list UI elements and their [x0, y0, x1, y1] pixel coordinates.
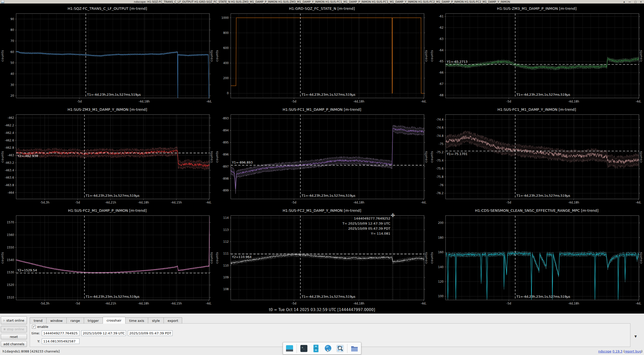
x-tick-label: -5d	[77, 100, 82, 103]
x-tick-label: -4d,	[206, 100, 212, 103]
y-tick-label: 0	[227, 91, 229, 95]
plot-8[interactable]: T1=-4d,23h,23m,1s,527ms,519µs20018016014…	[429, 206, 644, 307]
dock-icon-file-cabinet[interactable]	[311, 343, 321, 353]
dock-icon-folder[interactable]	[349, 343, 359, 353]
plot-2[interactable]: T1=-4d,23h,23m,1s,527ms,519µsY1=-65.2713…	[429, 4, 644, 105]
plot-7[interactable]: T1=-4d,23h,23m,1s,527ms,519µsY2=110.9641…	[215, 206, 429, 307]
minimize-icon[interactable]: —	[628, 0, 631, 4]
cursor-tooltip-line: 1444049277.7649252	[354, 217, 390, 220]
x-tick-label: -5d	[506, 100, 511, 103]
crosshair-y-label: Y1=-896.893	[232, 161, 253, 164]
maximize-icon[interactable]: □	[634, 0, 636, 4]
close-icon[interactable]: ✕	[640, 0, 642, 4]
t0-label: t0 = Tue Oct 14 2025 03:32:59 UTC [14444…	[0, 307, 644, 314]
y-tick-label: 200	[438, 221, 444, 225]
dock-icon-search[interactable]	[335, 343, 345, 353]
report-bug-link[interactable]: report bug	[625, 349, 641, 353]
plot-4[interactable]: T1=-4d,23h,23m,1s,527ms,519µsY1=-896.893…	[215, 105, 429, 206]
x-tick-label: -5d	[292, 302, 297, 305]
x-tick-label: -4d,18h	[139, 100, 150, 103]
tab-time-axis[interactable]: time axis	[125, 317, 148, 324]
y-tick-label: -463.2	[5, 161, 14, 165]
y-tick-label: -75.2	[436, 150, 444, 154]
tab-trend[interactable]: trend	[30, 317, 47, 324]
version-link[interactable]: 0.19.3	[613, 349, 623, 353]
y-tick-label: -64	[439, 48, 444, 52]
plot-grid: T1=-4d,23h,23m,1s,527ms,519µs90807060504…	[0, 4, 644, 307]
x-tick-label: -4d,15h	[171, 201, 182, 204]
tab-export[interactable]: export	[164, 317, 182, 324]
crosshair-t1-label: T1=-4d,23h,23m,1s,527ms,519µs	[516, 295, 570, 298]
chevron-down-icon[interactable]: ▼	[634, 335, 637, 338]
y-tick-label: 70	[11, 39, 14, 43]
time-utc-field[interactable]	[81, 330, 126, 336]
plot-1[interactable]: T1=-4d,23h,23m,1s,527ms,519µs10008006004…	[215, 4, 429, 105]
x-tick-label: -4d,	[421, 201, 426, 204]
time-local-field[interactable]	[128, 330, 173, 336]
stop-online-button: ■stop online	[1, 326, 27, 332]
reset-button[interactable]: reset	[1, 334, 27, 339]
plot-title: H1:SUS-FC2_M1_DAMP_P_INMON [m-trend]	[68, 209, 146, 213]
y-tick-label: -462.6	[5, 139, 14, 142]
shade-icon[interactable]: ∧	[623, 0, 625, 4]
plot-6[interactable]: T1=-4d,23h,23m,1s,527ms,519µsY2=1529.541…	[0, 206, 215, 307]
plot-0[interactable]: T1=-4d,23h,23m,1s,527ms,519µs90807060504…	[0, 4, 215, 105]
y-tick-label: -75.8	[436, 175, 444, 179]
x-tick-label: -4d,21h	[105, 201, 116, 204]
crosshair-y-label: Y1=-75.1701	[447, 152, 467, 156]
dock-separator	[347, 344, 347, 353]
y-axis-label-left: counts	[215, 50, 219, 62]
y-tick-label: 113	[223, 228, 229, 232]
enable-checkbox[interactable]: ✓	[32, 325, 36, 329]
plot-3[interactable]: T1=-4d,23h,23m,1s,527ms,519µsY2=-462.938…	[0, 105, 215, 206]
plot-title: H1:SUS-FC1_M1_DAMP_Y_INMON [m-trend]	[497, 108, 576, 112]
y-tick-label: -61	[439, 15, 444, 18]
tab-range[interactable]: range	[66, 317, 84, 324]
enable-row: ✓ enable	[32, 325, 48, 329]
y-tick-label: 1510	[7, 296, 14, 299]
x-tick-label: -4d,	[421, 100, 426, 103]
x-tick-label: -5d	[506, 302, 511, 305]
x-tick-label: -4d,18h	[138, 201, 149, 204]
stop-icon: ■	[4, 328, 6, 330]
tab-crosshair[interactable]: crosshair	[103, 317, 126, 324]
plot-title: H1:SUS-FC1_M1_DAMP_P_INMON [m-trend]	[283, 108, 361, 112]
y-tick-label: 111	[223, 252, 229, 255]
tab-window[interactable]: window	[46, 317, 67, 324]
y-tick-label: -463.4	[5, 169, 14, 172]
dock-icon-display[interactable]	[285, 343, 295, 353]
tab-style[interactable]: style	[148, 317, 164, 324]
time-gps-field[interactable]	[42, 330, 79, 336]
y-axis-label-left: counts	[430, 151, 434, 163]
add-channels-button[interactable]: add channels	[1, 341, 27, 347]
play-icon: ▷	[3, 319, 5, 322]
y-axis-label-left: counts	[430, 252, 434, 264]
x-tick-label: -4d,	[635, 302, 641, 305]
y-axis-label-left: counts	[430, 50, 434, 62]
tab-trigger[interactable]: trigger	[84, 317, 103, 324]
y-tick-label: -75.6	[436, 167, 444, 170]
x-tick-label: -4d,18h	[138, 302, 149, 305]
crosshair-t1-label: T1=-4d,23h,23m,1s,527ms,519µs	[301, 295, 355, 298]
y-tick-label: 1540	[7, 258, 14, 262]
y-tick-label: -74.8	[436, 134, 444, 138]
dock-icon-browser-globe[interactable]	[323, 343, 333, 353]
button-column: ▷start online■stop onlineresetadd channe…	[1, 316, 27, 347]
cursor-tooltip-line: T= 2025/10/09 12:47:39 UTC	[342, 222, 390, 225]
crosshair-y-label: Y2=110.964	[232, 255, 252, 259]
x-tick-label: -4d,	[421, 302, 426, 305]
plot-5[interactable]: T1=-4d,23h,23m,1s,527ms,519µsY1=-75.1701…	[429, 105, 644, 206]
tab-bar: trendwindowrangetriggercrosshairtime axi…	[30, 317, 182, 324]
y-tick-label: -74.4	[436, 118, 444, 121]
dock-icon-terminal[interactable]: >_	[299, 343, 309, 353]
y-tick-label: 1550	[7, 246, 14, 249]
start-online-button[interactable]: ▷start online	[1, 316, 27, 324]
y-tick-label: -68	[439, 93, 444, 97]
ndscope-link[interactable]: ndscope	[598, 349, 612, 353]
y-tick-label: 40	[11, 72, 14, 76]
x-tick-label: -4d,	[206, 302, 211, 305]
y-value-field[interactable]	[42, 338, 79, 344]
time-label: time:	[30, 331, 40, 335]
y-row: Y:	[30, 338, 79, 344]
y-tick-label: -895	[222, 141, 229, 144]
